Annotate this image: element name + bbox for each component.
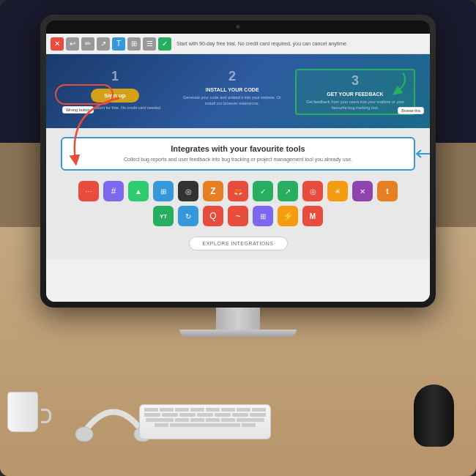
qase-icon: Q: [203, 206, 223, 226]
imac-bezel: ✕ ↩ ✏ ↗ T ⊞ ☰ ✓ Start with 90-day free t…: [46, 21, 430, 302]
youtrack-icon: YT: [153, 206, 174, 226]
toolbar-helper-text: Start with 90-day free trial. No credit …: [176, 41, 425, 46]
mouse: [414, 384, 454, 447]
taiga-icon: t: [377, 181, 398, 201]
red-arrow-icon: [61, 94, 127, 168]
toolbar: ✕ ↩ ✏ ↗ T ⊞ ☰ ✓ Start with 90-day free t…: [46, 34, 430, 54]
menu-icon[interactable]: ☰: [143, 37, 156, 51]
arrow-tool-icon[interactable]: ↗: [97, 37, 110, 51]
step-2-number: 2: [178, 69, 286, 84]
basecamp-icon: ▲: [128, 181, 149, 201]
screen: ✕ ↩ ✏ ↗ T ⊞ ☰ ✓ Start with 90-day free t…: [46, 34, 430, 302]
step-3-title: GET YOUR FEEDBACK: [301, 92, 409, 97]
teams-icon: ⊞: [253, 206, 273, 226]
grid-icon[interactable]: ⊞: [127, 37, 141, 51]
rollbar-icon: ~: [228, 206, 248, 226]
desk-objects: [0, 271, 476, 476]
keyboard: [139, 404, 271, 439]
step-3-desc: Get feedback from your users into your m…: [301, 100, 409, 111]
coffee-mug: [7, 381, 44, 432]
imac-frame: ✕ ↩ ✏ ↗ T ⊞ ☰ ✓ Start with 90-day free t…: [40, 15, 436, 308]
slack-icon: #: [103, 181, 124, 201]
cycle-icon: ↻: [178, 206, 198, 226]
zapier-icon: ✳: [327, 181, 348, 201]
trello-icon: ⊞: [153, 181, 174, 201]
tools-grid: ⋯ # ▲ ⊞ ◎ Z 🦊 ✓ ↗ ◎ ✳: [61, 178, 415, 229]
step-2-desc: Generate your code and embed it into you…: [178, 95, 286, 106]
gitlab-icon: 🦊: [228, 181, 248, 201]
zendesk-icon: Z: [203, 181, 223, 201]
jira-icon: ✓: [253, 181, 273, 201]
text-tool-icon[interactable]: T: [112, 37, 125, 51]
lightning-icon: ⚡: [278, 206, 298, 226]
mug-body: [7, 392, 38, 432]
step-1-number: 1: [61, 69, 169, 84]
gmail-icon: M: [302, 206, 323, 226]
explore-integrations-button[interactable]: EXPLORE INTEGRATIONS: [189, 237, 288, 250]
undo-icon[interactable]: ↩: [66, 37, 79, 51]
step-2-title: INSTALL YOUR CODE: [178, 87, 286, 92]
check-icon[interactable]: ✓: [158, 37, 171, 51]
browse-annotation: Browse this: [398, 107, 424, 114]
github-icon: ◎: [178, 181, 198, 201]
freshdesk-icon: ↗: [278, 181, 298, 201]
mug-handle: [41, 409, 51, 423]
step-3-number: 3: [301, 73, 409, 89]
asana-icon: ⋯: [78, 181, 99, 201]
website-content: 1 Sign up Wrong button Create your accou…: [46, 54, 430, 302]
step-2: 2 INSTALL YOUR CODE Generate your code a…: [178, 69, 286, 106]
delete-icon[interactable]: ✕: [51, 37, 64, 51]
blue-arrow-icon: [415, 146, 430, 161]
pencil-icon[interactable]: ✏: [81, 37, 94, 51]
camera: [237, 25, 240, 29]
clubhouse-icon: ✕: [352, 181, 373, 201]
redmine-icon: ◎: [302, 181, 323, 201]
svg-point-1: [75, 427, 93, 442]
scene: ✕ ↩ ✏ ↗ T ⊞ ☰ ✓ Start with 90-day free t…: [0, 0, 476, 476]
